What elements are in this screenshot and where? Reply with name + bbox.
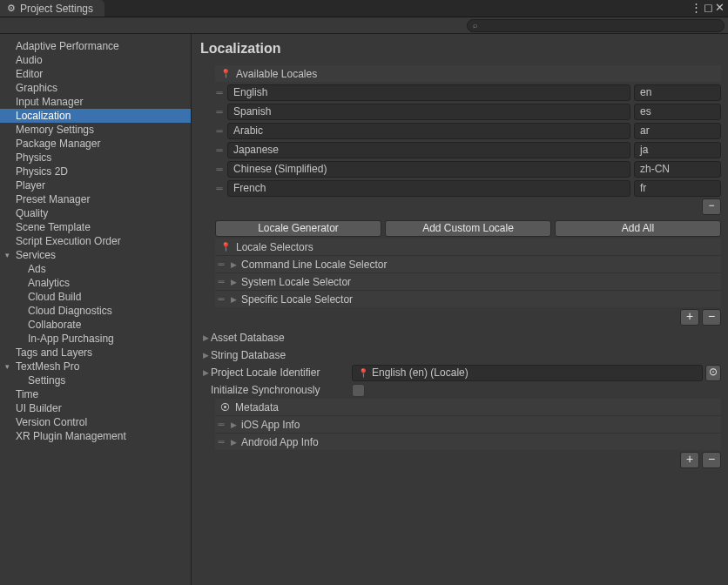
- sidebar-item-memory-settings[interactable]: Memory Settings: [0, 123, 191, 137]
- locale-name-field[interactable]: English: [227, 84, 630, 101]
- locale-selector-row[interactable]: ═▶Command Line Locale Selector: [215, 255, 721, 272]
- sidebar-item-analytics[interactable]: Analytics: [0, 276, 191, 290]
- chevron-right-icon: ▶: [229, 260, 238, 269]
- locale-code-field[interactable]: zh-CN: [634, 161, 721, 178]
- sidebar-item-ads[interactable]: Ads: [0, 262, 191, 276]
- page-title: Localization: [200, 41, 721, 57]
- sidebar-item-cloud-build[interactable]: Cloud Build: [0, 290, 191, 304]
- locale-code-field[interactable]: ja: [634, 142, 721, 158]
- locale-row: ═Frenchfr: [215, 178, 721, 197]
- sidebar-item-in-app-purchasing[interactable]: In-App Purchasing: [0, 332, 191, 346]
- locale-selector-row[interactable]: ═▶Specific Locale Selector: [215, 290, 721, 307]
- sidebar-item-xr-plugin-management[interactable]: XR Plugin Management: [0, 429, 191, 443]
- add-metadata-button[interactable]: +: [680, 452, 699, 468]
- sidebar-item-package-manager[interactable]: Package Manager: [0, 137, 191, 151]
- sidebar-item-collaborate[interactable]: Collaborate: [0, 318, 191, 332]
- add-all-button[interactable]: Add All: [555, 220, 721, 237]
- sidebar-item-settings[interactable]: Settings: [0, 373, 191, 387]
- project-locale-id-label: Project Locale Identifier: [211, 366, 352, 379]
- gear-icon: ⚙: [7, 3, 16, 14]
- drag-handle-icon[interactable]: ═: [215, 149, 224, 151]
- sidebar-item-physics-2d[interactable]: Physics 2D: [0, 165, 191, 178]
- sidebar-item-script-execution-order[interactable]: Script Execution Order: [0, 234, 191, 248]
- available-locales-header: 📍 Available Locales: [215, 65, 721, 82]
- sidebar-item-services[interactable]: Services: [0, 248, 191, 262]
- chevron-right-icon[interactable]: ▶: [200, 368, 211, 377]
- metadata-row[interactable]: ═▶iOS App Info: [215, 415, 721, 433]
- string-database-label: String Database: [211, 349, 286, 361]
- project-settings-tab[interactable]: ⚙ Project Settings: [0, 0, 104, 17]
- locale-selector-row[interactable]: ═▶System Locale Selector: [215, 272, 721, 290]
- close-icon[interactable]: ✕: [715, 2, 725, 13]
- locale-row: ═Chinese (Simplified)zh-CN: [215, 158, 721, 178]
- sidebar-item-adaptive-performance[interactable]: Adaptive Performance: [0, 39, 191, 53]
- sidebar-item-localization[interactable]: Localization: [0, 109, 191, 123]
- drag-handle-icon[interactable]: ═: [215, 187, 224, 190]
- add-selector-button[interactable]: +: [680, 309, 699, 326]
- sidebar-item-scene-template[interactable]: Scene Template: [0, 220, 191, 234]
- project-locale-id-field[interactable]: 📍 English (en) (Locale): [352, 365, 703, 381]
- locale-name-field[interactable]: Chinese (Simplified): [227, 161, 630, 178]
- locale-code-field[interactable]: es: [634, 104, 721, 120]
- chevron-right-icon: ▶: [229, 420, 238, 429]
- sidebar-item-editor[interactable]: Editor: [0, 67, 191, 81]
- init-sync-checkbox[interactable]: [352, 384, 365, 397]
- sidebar-item-tags-and-layers[interactable]: Tags and Layers: [0, 346, 191, 360]
- drag-handle-icon[interactable]: ═: [215, 168, 224, 171]
- metadata-header: ⦿ Metadata: [215, 399, 721, 415]
- locale-selectors-label: Locale Selectors: [236, 241, 313, 253]
- chevron-right-icon: ▶: [200, 333, 211, 342]
- tab-title: Project Settings: [20, 3, 93, 15]
- search-input[interactable]: ⌕: [467, 19, 725, 32]
- project-locale-id-value: English (en) (Locale): [372, 366, 468, 380]
- available-locales-label: Available Locales: [236, 68, 317, 80]
- locale-code-field[interactable]: fr: [634, 180, 721, 197]
- pin-icon: 📍: [220, 242, 231, 252]
- drag-handle-icon[interactable]: ═: [215, 130, 224, 132]
- title-bar: ⚙ Project Settings ⋮ ◻ ✕: [0, 0, 728, 17]
- metadata-name: iOS App Info: [241, 419, 300, 431]
- sidebar-item-graphics[interactable]: Graphics: [0, 81, 191, 95]
- locale-name-field[interactable]: Arabic: [227, 123, 630, 139]
- string-database-row[interactable]: ▶ String Database: [200, 346, 721, 364]
- remove-selector-button[interactable]: −: [702, 309, 721, 326]
- locale-code-field[interactable]: en: [634, 84, 721, 101]
- sidebar-item-audio[interactable]: Audio: [0, 53, 191, 67]
- drag-handle-icon[interactable]: ═: [217, 440, 226, 443]
- sidebar-item-player[interactable]: Player: [0, 178, 191, 192]
- pin-icon: 📍: [220, 69, 231, 78]
- picker-button[interactable]: ⊙: [705, 365, 721, 381]
- main-panel: Localization 📍 Available Locales ═Englis…: [191, 34, 728, 585]
- drag-handle-icon[interactable]: ═: [215, 91, 224, 94]
- sidebar-item-version-control[interactable]: Version Control: [0, 415, 191, 429]
- locale-name-field[interactable]: French: [227, 180, 630, 197]
- remove-locale-button[interactable]: −: [702, 198, 721, 215]
- sidebar-item-time[interactable]: Time: [0, 387, 191, 401]
- sidebar-item-textmesh-pro[interactable]: TextMesh Pro: [0, 360, 191, 373]
- chevron-right-icon: ▶: [200, 351, 211, 360]
- remove-metadata-button[interactable]: −: [702, 452, 721, 468]
- locale-generator-button[interactable]: Locale Generator: [215, 220, 381, 237]
- drag-handle-icon[interactable]: ═: [215, 111, 224, 113]
- sidebar-item-quality[interactable]: Quality: [0, 206, 191, 220]
- selector-name: Specific Locale Selector: [241, 293, 353, 306]
- add-custom-locale-button[interactable]: Add Custom Locale: [385, 220, 551, 237]
- sidebar-item-cloud-diagnostics[interactable]: Cloud Diagnostics: [0, 304, 191, 318]
- sidebar-item-ui-builder[interactable]: UI Builder: [0, 401, 191, 415]
- drag-handle-icon[interactable]: ═: [217, 280, 226, 283]
- locale-code-field[interactable]: ar: [634, 123, 721, 139]
- drag-handle-icon[interactable]: ═: [217, 263, 226, 266]
- drag-handle-icon[interactable]: ═: [217, 298, 226, 300]
- drag-handle-icon[interactable]: ═: [217, 423, 226, 426]
- locale-name-field[interactable]: Japanese: [227, 142, 630, 158]
- metadata-row[interactable]: ═▶Android App Info: [215, 433, 721, 450]
- sidebar-item-preset-manager[interactable]: Preset Manager: [0, 192, 191, 206]
- sidebar-item-physics[interactable]: Physics: [0, 151, 191, 165]
- locale-name-field[interactable]: Spanish: [227, 104, 630, 120]
- init-sync-label: Initialize Synchronously: [211, 384, 352, 396]
- more-icon[interactable]: ⋮: [691, 2, 702, 13]
- sidebar-item-input-manager[interactable]: Input Manager: [0, 95, 191, 109]
- maximize-icon[interactable]: ◻: [704, 2, 713, 13]
- search-icon: ⌕: [473, 21, 477, 30]
- asset-database-row[interactable]: ▶ Asset Database: [200, 329, 721, 346]
